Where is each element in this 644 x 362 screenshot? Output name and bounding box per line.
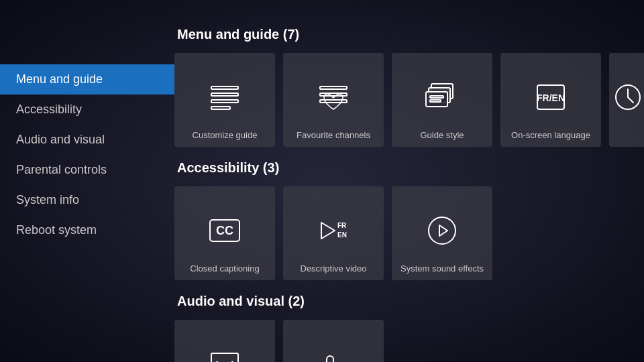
- card-system-sound-effects[interactable]: System sound effects: [392, 186, 492, 280]
- section-title-accessibility: Accessibility (3): [174, 160, 644, 176]
- svg-rect-3: [211, 107, 230, 109]
- svg-text:FR: FR: [337, 222, 347, 229]
- sidebar-item-parental-controls[interactable]: Parental controls: [0, 155, 174, 185]
- card-label-favourite-channels: Favourite channels: [283, 130, 384, 140]
- main-content: Menu and guide (7)Customize guideFavouri…: [174, 0, 644, 362]
- fr-en-icon: FR/EN: [529, 76, 572, 119]
- sidebar-item-system-info[interactable]: System info: [0, 185, 174, 215]
- svg-point-20: [429, 217, 455, 244]
- svg-rect-4: [320, 86, 347, 89]
- svg-rect-27: [327, 356, 333, 362]
- svg-text:FR/EN: FR/EN: [537, 93, 565, 103]
- card-favourite-channels[interactable]: Favourite channels: [283, 53, 384, 147]
- card-display[interactable]: Display: [174, 320, 275, 362]
- svg-rect-0: [211, 86, 238, 89]
- section-title-menu-guide: Menu and guide (7): [174, 27, 644, 42]
- cards-row-accessibility: CCClosed captioningFRENDescriptive video…: [174, 186, 644, 280]
- card-guide-style[interactable]: Guide style: [392, 53, 492, 147]
- guide-stack-icon: [421, 76, 464, 119]
- section-audio-visual: Audio and visual (2)DisplayAudio: [174, 294, 644, 362]
- section-menu-guide: Menu and guide (7)Customize guideFavouri…: [174, 27, 644, 147]
- sidebar-item-reboot-system[interactable]: Reboot system: [0, 215, 174, 245]
- card-label-on-screen-language: On-screen language: [500, 130, 601, 140]
- svg-rect-5: [320, 93, 347, 96]
- audio-icon: [312, 343, 355, 362]
- card-label-closed-captioning: Closed captioning: [174, 263, 275, 274]
- desc-video-icon: FREN: [312, 209, 355, 252]
- card-audio[interactable]: Audio: [283, 320, 384, 362]
- card-descriptive-video[interactable]: FRENDescriptive video: [283, 186, 384, 280]
- section-accessibility: Accessibility (3)CCClosed captioningFREN…: [174, 160, 644, 280]
- cards-row-audio-visual: DisplayAudio: [174, 320, 644, 362]
- display-icon: [203, 343, 246, 362]
- svg-text:EN: EN: [337, 231, 347, 239]
- sidebar-item-audio-visual[interactable]: Audio and visual: [0, 125, 174, 155]
- svg-rect-2: [211, 100, 238, 103]
- svg-text:CC: CC: [216, 224, 233, 237]
- recent-icon: [609, 76, 644, 119]
- sidebar-item-accessibility[interactable]: Accessibility: [0, 95, 174, 125]
- list-heart-icon: [312, 76, 355, 119]
- sidebar-item-menu-guide[interactable]: Menu and guide: [0, 64, 174, 95]
- card-label-guide-style: Guide style: [392, 130, 492, 140]
- card-on-screen-language[interactable]: FR/ENOn-screen language: [500, 53, 601, 147]
- svg-rect-22: [211, 353, 238, 362]
- sidebar: Menu and guideAccessibilityAudio and vis…: [0, 0, 174, 362]
- card-label-customize-guide: Customize guide: [174, 130, 275, 140]
- cards-row-menu-guide: Customize guideFavourite channelsGuide s…: [174, 53, 644, 147]
- svg-rect-6: [320, 100, 347, 103]
- card-label-system-sound-effects: System sound effects: [392, 263, 492, 274]
- svg-rect-1: [211, 93, 238, 96]
- card-recently[interactable]: [609, 53, 644, 147]
- svg-marker-21: [439, 225, 447, 236]
- card-customize-guide[interactable]: Customize guide: [174, 53, 275, 147]
- list-lines-icon: [203, 76, 246, 119]
- card-label-descriptive-video: Descriptive video: [283, 263, 384, 274]
- section-title-audio-visual: Audio and visual (2): [174, 294, 644, 309]
- svg-marker-17: [321, 223, 335, 239]
- cc-icon: CC: [203, 209, 246, 252]
- card-closed-captioning[interactable]: CCClosed captioning: [174, 186, 275, 280]
- sound-back-icon: [421, 209, 464, 252]
